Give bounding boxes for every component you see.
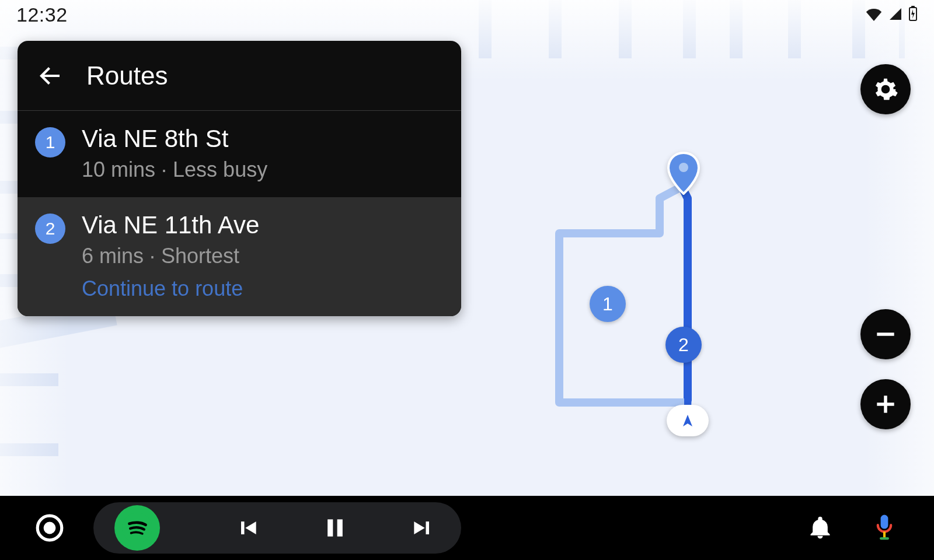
route-title: Via NE 11th Ave [82, 211, 259, 239]
notifications-button[interactable] [794, 502, 846, 554]
panel-header: Routes [18, 41, 461, 111]
route-item-2[interactable]: 2 Via NE 11th Ave 6 mins · Shortest Cont… [18, 197, 461, 316]
pause-icon [322, 515, 348, 541]
route-subtitle: 10 mins · Less busy [82, 158, 267, 182]
pause-button[interactable] [318, 502, 353, 554]
voice-assistant-button[interactable] [858, 502, 911, 554]
route-marker-1[interactable]: 1 [590, 286, 626, 322]
svg-rect-12 [883, 531, 886, 537]
continue-to-route[interactable]: Continue to route [82, 276, 259, 301]
route-marker-2[interactable]: 2 [665, 327, 702, 363]
minus-icon [873, 321, 898, 347]
svg-rect-11 [881, 515, 888, 529]
cellular-icon [887, 7, 904, 23]
routes-panel: Routes 1 Via NE 8th St 10 mins · Less bu… [18, 41, 461, 316]
back-button[interactable] [34, 60, 67, 92]
svg-rect-9 [327, 519, 333, 536]
microphone-icon [873, 514, 896, 542]
wifi-icon [865, 7, 883, 23]
battery-icon [908, 6, 918, 23]
bell-icon [807, 515, 833, 541]
route-subtitle: 6 mins · Shortest [82, 244, 259, 268]
previous-track-button[interactable] [230, 502, 265, 554]
svg-rect-2 [911, 6, 915, 8]
status-bar: 12:32 [0, 0, 934, 29]
media-controls [93, 502, 461, 554]
svg-point-0 [679, 163, 688, 172]
route-item-1[interactable]: 1 Via NE 8th St 10 mins · Less busy [18, 111, 461, 197]
arrow-left-icon [36, 62, 64, 90]
svg-rect-10 [337, 519, 343, 536]
zoom-out-button[interactable] [860, 309, 911, 359]
route-badge: 2 [35, 214, 65, 244]
gear-icon [873, 76, 898, 102]
next-track-button[interactable] [405, 502, 440, 554]
panel-title: Routes [86, 61, 168, 90]
current-location[interactable] [667, 405, 709, 436]
svg-point-7 [44, 522, 56, 534]
bottom-nav [0, 496, 934, 560]
settings-button[interactable] [860, 64, 911, 114]
svg-rect-13 [880, 537, 889, 540]
circle-icon [34, 513, 65, 543]
route-title: Via NE 8th St [82, 125, 267, 153]
skip-next-icon [410, 515, 435, 541]
svg-rect-3 [877, 332, 894, 336]
spotify-icon[interactable] [114, 505, 160, 551]
svg-rect-5 [884, 396, 887, 412]
route-badge: 1 [35, 127, 65, 158]
plus-icon [873, 391, 898, 417]
skip-previous-icon [235, 515, 260, 541]
destination-pin[interactable] [667, 152, 700, 197]
zoom-in-button[interactable] [860, 379, 911, 429]
launcher-button[interactable] [23, 502, 76, 554]
clock: 12:32 [16, 4, 68, 26]
